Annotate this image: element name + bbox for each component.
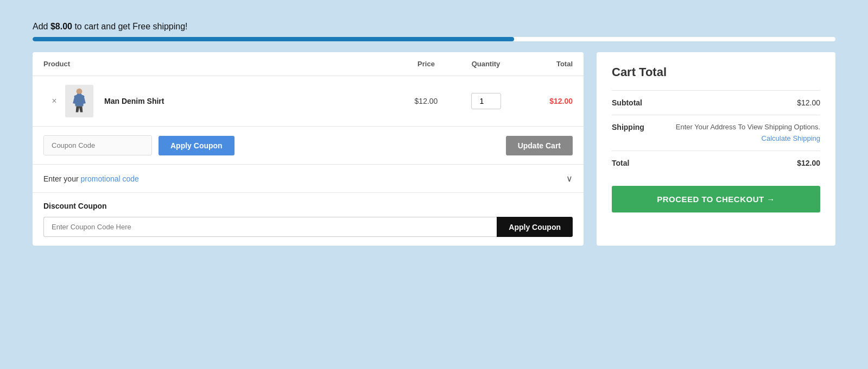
cart-total-title: Cart Total — [612, 65, 820, 79]
subtotal-value: $12.00 — [797, 98, 820, 107]
discount-coupon-row: Apply Coupon — [43, 217, 573, 237]
subtotal-label: Subtotal — [612, 98, 642, 107]
calculate-shipping-link[interactable]: Calculate Shipping — [762, 134, 820, 142]
proceed-to-checkout-button[interactable]: PROCEED TO CHECKOUT → — [612, 186, 820, 212]
discount-apply-coupon-button[interactable]: Apply Coupon — [497, 217, 573, 237]
promo-label: Enter your promotional code — [43, 174, 139, 183]
item-price: $12.00 — [399, 97, 453, 105]
item-quantity-input[interactable] — [471, 93, 501, 109]
progress-bar-container — [33, 37, 835, 41]
free-shipping-banner: Add $8.00 to cart and get Free shipping! — [33, 22, 835, 41]
shipping-row: Shipping Enter Your Address To View Ship… — [612, 115, 820, 151]
discount-coupon-title: Discount Coupon — [43, 202, 573, 210]
total-label: Total — [612, 159, 629, 167]
shipping-info: Enter Your Address To View Shipping Opti… — [676, 123, 820, 143]
promo-accordion[interactable]: Enter your promotional code ∨ — [33, 165, 584, 193]
header-quantity: Quantity — [453, 60, 518, 68]
total-value: $12.00 — [797, 159, 820, 167]
product-image — [65, 85, 93, 117]
cart-table-panel: Product Price Quantity Total × — [33, 52, 584, 246]
header-product: Product — [43, 60, 399, 68]
svg-point-0 — [77, 89, 83, 95]
header-price: Price — [399, 60, 453, 68]
item-total: $12.00 — [518, 97, 573, 105]
chevron-down-icon: ∨ — [566, 173, 573, 184]
banner-amount: $8.00 — [50, 22, 72, 31]
banner-text: Add $8.00 to cart and get Free shipping! — [33, 22, 835, 32]
coupon-code-input[interactable] — [43, 135, 152, 155]
header-total: Total — [518, 60, 573, 68]
banner-text-suffix: to cart and get Free shipping! — [74, 22, 187, 31]
table-row: × Man Denim Shirt $12.00 $12.00 — [33, 76, 584, 127]
cart-table-header: Product Price Quantity Total — [33, 52, 584, 76]
discount-coupon-section: Discount Coupon Apply Coupon — [33, 193, 584, 246]
product-image-svg — [68, 87, 90, 115]
update-cart-button[interactable]: Update Cart — [506, 136, 573, 155]
subtotal-row: Subtotal $12.00 — [612, 90, 820, 115]
progress-bar-fill — [33, 37, 514, 41]
shipping-info-text: Enter Your Address To View Shipping Opti… — [676, 123, 820, 131]
coupon-row: Apply Coupon Update Cart — [33, 127, 584, 165]
item-name: Man Denim Shirt — [98, 97, 399, 105]
promo-link-text: promotional code — [80, 174, 138, 183]
remove-item-button[interactable]: × — [43, 96, 65, 106]
apply-coupon-button[interactable]: Apply Coupon — [159, 136, 235, 155]
main-content: Product Price Quantity Total × — [33, 52, 835, 246]
cart-total-panel: Cart Total Subtotal $12.00 Shipping Ente… — [597, 52, 835, 246]
discount-coupon-input[interactable] — [43, 217, 497, 237]
total-row: Total $12.00 — [612, 151, 820, 175]
shipping-label: Shipping — [612, 123, 644, 132]
